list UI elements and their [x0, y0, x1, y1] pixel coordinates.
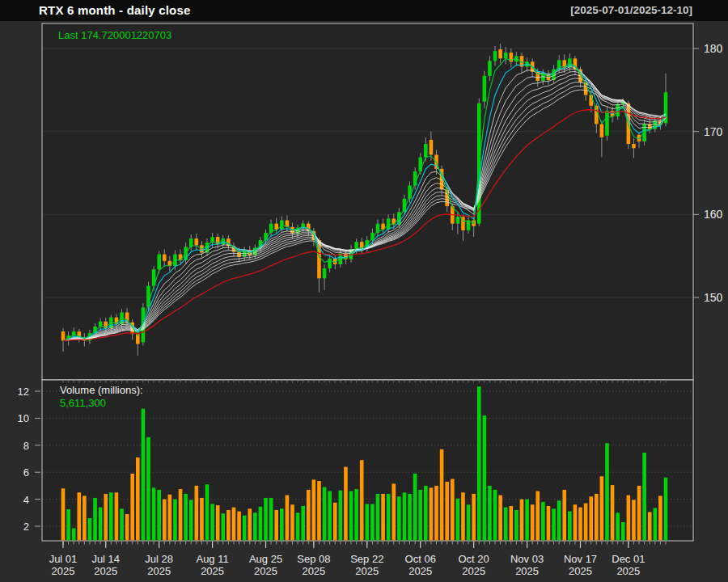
volume-bar-up	[403, 492, 407, 540]
x-tick-year: 2025	[302, 565, 325, 577]
volume-bar-up	[269, 498, 273, 541]
candle-up	[493, 51, 497, 61]
last-price-legend: Last 174.720001220703	[58, 29, 171, 41]
x-tick-label: Oct 06	[405, 553, 436, 565]
volume-bar-down	[226, 510, 231, 541]
volume-bar-down	[510, 506, 514, 541]
volume-bar-up	[152, 487, 156, 540]
volume-bar-up	[205, 484, 210, 540]
volume-bar-down	[535, 491, 540, 541]
x-tick-year: 2025	[569, 565, 592, 577]
volume-bar-down	[312, 479, 316, 540]
volume-bar-up	[120, 508, 124, 540]
candle-up	[323, 268, 327, 278]
volume-bar-up	[280, 508, 284, 540]
candle-down	[430, 140, 434, 154]
volume-bar-up	[264, 498, 268, 541]
volume-bar-down	[589, 496, 593, 540]
volume-bar-up	[109, 492, 113, 540]
x-tick-label: Jul 14	[91, 553, 120, 565]
x-tick-year: 2025	[355, 565, 379, 577]
price-panel	[42, 23, 693, 380]
volume-bar-up	[88, 518, 92, 541]
volume-bar-up	[568, 512, 572, 541]
x-tick-year: 2025	[515, 565, 539, 577]
volume-bar-up	[221, 513, 225, 540]
volume-bar-down	[574, 504, 578, 540]
candle-down	[600, 124, 604, 137]
volume-bar-down	[430, 487, 434, 540]
volume-tick-label: 2	[23, 521, 29, 533]
volume-bar-down	[445, 482, 449, 541]
volume-bar-up	[259, 507, 263, 541]
volume-bar-up	[488, 486, 492, 541]
candle-up	[328, 259, 332, 268]
volume-bar-down	[248, 508, 252, 540]
volume-bar-down	[317, 481, 321, 540]
volume-bar-down	[520, 500, 524, 541]
candle-up	[157, 255, 161, 269]
volume-bar-up	[483, 415, 487, 540]
volume-bar-up	[418, 490, 422, 541]
price-tick-label: 180	[704, 42, 723, 55]
volume-bar-up	[66, 509, 70, 540]
volume-bar-up	[387, 494, 391, 541]
volume-bar-up	[557, 500, 561, 540]
volume-bar-down	[440, 449, 444, 541]
candle-down	[61, 331, 66, 340]
volume-bar-up	[467, 504, 471, 540]
candle-up	[418, 157, 422, 171]
volume-bar-up	[504, 508, 508, 541]
price-tick-label: 170	[704, 125, 723, 138]
volume-bar-down	[200, 498, 204, 541]
x-tick-year: 2025	[254, 565, 277, 577]
x-tick-year: 2025	[147, 565, 171, 577]
volume-bar-up	[413, 474, 417, 541]
volume-bar-down	[381, 494, 385, 541]
x-tick-label: Nov 03	[510, 553, 544, 565]
candle-up	[99, 322, 103, 327]
volume-bar-down	[290, 504, 294, 540]
price-tick-label: 160	[704, 208, 723, 221]
volume-bar-down	[232, 508, 236, 541]
volume-bar-down	[163, 500, 167, 541]
volume-bar-up	[157, 490, 161, 541]
volume-bar-down	[584, 504, 588, 541]
volume-bar-down	[562, 490, 566, 541]
volume-bar-down	[168, 495, 172, 541]
x-tick-label: Aug 25	[249, 553, 282, 565]
volume-bar-up	[477, 386, 481, 540]
volume-legend-value: 5,611,300	[60, 397, 106, 409]
volume-bar-up	[664, 478, 668, 541]
volume-bar-down	[637, 486, 641, 541]
volume-tick-label: 6	[23, 466, 29, 479]
volume-bar-up	[328, 491, 332, 541]
x-tick-year: 2025	[462, 565, 485, 577]
x-tick-label: Jul 28	[145, 553, 173, 565]
volume-bar-up	[424, 486, 428, 541]
volume-bar-down	[461, 492, 465, 540]
volume-bar-up	[99, 508, 103, 541]
volume-bar-up	[642, 453, 646, 541]
volume-tick-label: 12	[18, 386, 29, 398]
volume-bar-up	[366, 504, 370, 540]
candle-up	[483, 76, 487, 102]
x-tick-year: 2025	[94, 565, 117, 577]
volume-bar-up	[243, 516, 247, 541]
candle-up	[456, 217, 460, 223]
volume-bar-down	[344, 467, 348, 541]
volume-tick-label: 10	[18, 412, 29, 424]
x-tick-label: Oct 20	[459, 553, 489, 565]
volume-bar-down	[392, 483, 396, 540]
volume-bar-down	[595, 494, 599, 541]
x-tick-label: Jul 01	[49, 553, 78, 565]
volume-bar-down	[61, 488, 66, 540]
x-tick-label: Dec 01	[612, 553, 645, 565]
volume-bar-down	[434, 486, 438, 541]
volume-tick-label: 8	[23, 440, 29, 452]
volume-bar-down	[83, 496, 87, 540]
volume-bar-up	[210, 504, 214, 540]
x-tick-label: Aug 11	[196, 553, 228, 565]
volume-bar-up	[301, 506, 305, 541]
volume-bar-up	[253, 512, 257, 540]
